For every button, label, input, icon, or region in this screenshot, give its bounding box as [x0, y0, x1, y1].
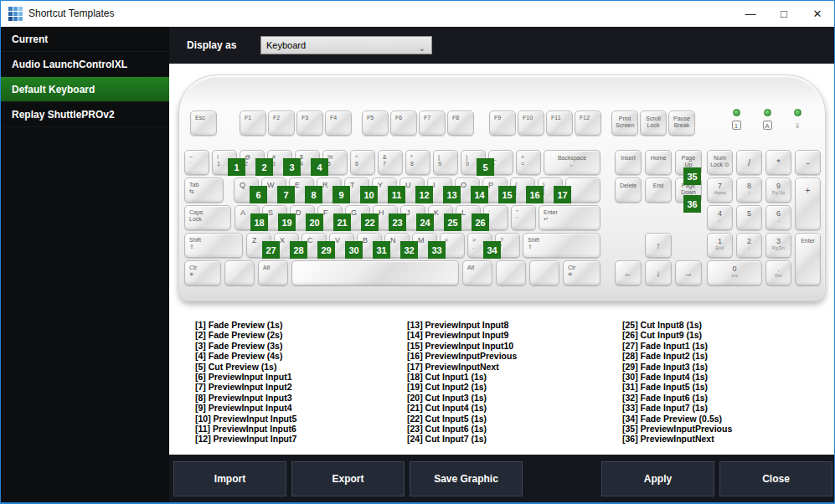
- keyboard-key[interactable]: F10: [518, 111, 544, 136]
- keyboard-key[interactable]: ~`: [184, 150, 209, 175]
- keyboard-key[interactable]: 0Ins: [707, 260, 762, 285]
- keyboard-key[interactable]: F2: [268, 111, 295, 136]
- keyboard-key[interactable]: [224, 260, 255, 285]
- key-label: [292, 261, 458, 271]
- shortcut-badge: 29: [317, 241, 335, 259]
- keyboard-key[interactable]: ^6: [350, 150, 375, 175]
- keyboard-key[interactable]: 2↓: [736, 233, 762, 258]
- key-label: ↓: [646, 261, 671, 278]
- keyboard-key[interactable]: 5: [736, 205, 762, 230]
- keyboard-key[interactable]: [291, 260, 459, 285]
- shortcut-badge: 15: [498, 186, 516, 203]
- logo-square: [18, 7, 23, 11]
- close-button[interactable]: ✕: [801, 1, 834, 27]
- keyboard-key[interactable]: F7: [419, 111, 446, 136]
- keyboard-key[interactable]: F5: [362, 111, 389, 136]
- keyboard-key[interactable]: F4: [325, 111, 352, 136]
- key-label: +=: [517, 151, 540, 167]
- keyboard-key[interactable]: *8: [405, 150, 430, 175]
- shortcut-badge: 30: [345, 241, 363, 259]
- keyboard-key[interactable]: Shift⇧: [184, 233, 243, 258]
- import-button[interactable]: Import: [173, 461, 286, 496]
- shortcut-badge: 21: [333, 213, 351, 231]
- keyboard-key[interactable]: +=: [516, 150, 541, 175]
- key-label: ^6: [351, 151, 374, 167]
- shortcut-badge: 33: [428, 241, 446, 259]
- keyboard-key[interactable]: Shift⇧: [523, 233, 600, 258]
- export-button[interactable]: Export: [291, 461, 405, 496]
- keyboard-key[interactable]: +: [795, 177, 821, 230]
- keyboard-key[interactable]: [496, 260, 526, 285]
- keyboard-key[interactable]: Insert: [615, 150, 642, 175]
- shortcut-entry: [34] Fade Preview (0.5s): [622, 414, 732, 424]
- sidebar-item[interactable]: Replay ShuttlePROv2: [1, 102, 169, 127]
- shortcut-badge: 10: [360, 186, 378, 203]
- keyboard-key[interactable]: -: [795, 150, 821, 175]
- keyboard-key[interactable]: F8: [447, 111, 474, 136]
- key-label: F12: [575, 111, 600, 121]
- display-as-dropdown[interactable]: Keyboard ⌄: [260, 36, 432, 54]
- keyboard-key[interactable]: &7: [378, 150, 403, 175]
- keyboard-key[interactable]: Backspace←: [544, 150, 600, 175]
- save-graphic-button[interactable]: Save Graphic: [410, 461, 523, 496]
- keyboard-key[interactable]: F11: [546, 111, 573, 136]
- sidebar-item[interactable]: Current: [1, 27, 169, 52]
- keyboard-key[interactable]: "': [511, 205, 536, 230]
- keyboard-key[interactable]: (9: [433, 150, 458, 175]
- keyboard-key[interactable]: Enter: [795, 233, 821, 285]
- shortcut-entry: [17] PreviewInputNext: [407, 362, 517, 372]
- key-label: Enter↵: [539, 206, 600, 223]
- keyboard-key[interactable]: 9Pg Up: [765, 177, 791, 203]
- keyboard-key[interactable]: ↑: [645, 233, 672, 258]
- shortcut-badge: 23: [389, 213, 406, 231]
- keyboard-key[interactable]: NumLock ⊙: [707, 150, 733, 175]
- key-label: 7Home: [708, 178, 732, 196]
- keyboard-key[interactable]: 3Pg Dn: [765, 233, 791, 258]
- keyboard-key[interactable]: Tab⇆: [184, 177, 224, 203]
- keyboard-key[interactable]: Ctr✳: [184, 260, 221, 285]
- keyboard-key[interactable]: Ctr✳: [563, 260, 600, 285]
- apply-button[interactable]: Apply: [601, 461, 714, 496]
- key-label: Backspace←: [544, 151, 600, 168]
- keyboard-key[interactable]: 7Home: [707, 177, 733, 203]
- keyboard-key[interactable]: F1: [240, 111, 266, 136]
- footer-bar: ImportExportSave GraphicApplyClose: [169, 455, 834, 502]
- keyboard-key[interactable]: Esc: [190, 111, 217, 136]
- keyboard-key[interactable]: F3: [296, 111, 323, 136]
- keyboard-key[interactable]: Enter↵: [539, 205, 600, 230]
- minimize-button[interactable]: —: [734, 1, 767, 27]
- sidebar-item[interactable]: Audio LaunchControlXL: [1, 52, 169, 77]
- keyboard-key[interactable]: Delete: [615, 177, 642, 203]
- shortcut-entry: [21] Cut Input4 (1s): [407, 403, 517, 413]
- keyboard-key[interactable]: ScrollLock: [640, 111, 667, 136]
- keyboard-key[interactable]: Home: [645, 150, 672, 175]
- keyboard-key[interactable]: →: [675, 260, 702, 285]
- keyboard-key[interactable]: PauseBreak: [668, 111, 695, 136]
- keyboard-key[interactable]: 8↑: [736, 177, 762, 203]
- keyboard-key[interactable]: F9: [489, 111, 516, 136]
- shortcut-entry: [13] PreviewInput Input8: [407, 320, 517, 330]
- keyboard-key[interactable]: Alt: [462, 260, 492, 285]
- maximize-button[interactable]: □: [767, 1, 801, 27]
- keyboard-key[interactable]: 4←: [707, 205, 733, 230]
- keyboard-key[interactable]: *: [765, 150, 791, 175]
- keyboard-key[interactable]: /: [736, 150, 762, 175]
- sidebar-item[interactable]: Default Keyboard: [1, 77, 169, 102]
- keyboard-key[interactable]: ←: [615, 260, 642, 285]
- keyboard-key[interactable]: 1End: [707, 233, 733, 258]
- key-label: (9: [434, 151, 457, 167]
- close-button[interactable]: Close: [719, 461, 832, 496]
- keyboard-key[interactable]: PrintScreen: [611, 111, 638, 136]
- key-label: 8↑: [737, 178, 761, 196]
- key-label: ←: [616, 261, 641, 278]
- keyboard-key[interactable]: 6→: [765, 205, 791, 230]
- shortcut-entry: [23] Cut Input6 (1s): [407, 424, 517, 434]
- keyboard-key[interactable]: .Del: [765, 260, 791, 285]
- keyboard-key[interactable]: F6: [390, 111, 417, 136]
- keyboard-key[interactable]: End: [645, 177, 672, 203]
- keyboard-key[interactable]: CapsLock: [184, 205, 231, 230]
- keyboard-key[interactable]: ↓: [645, 260, 672, 285]
- keyboard-key[interactable]: F12: [575, 111, 601, 136]
- keyboard-key[interactable]: Alt: [258, 260, 288, 285]
- keyboard-key[interactable]: [529, 260, 559, 285]
